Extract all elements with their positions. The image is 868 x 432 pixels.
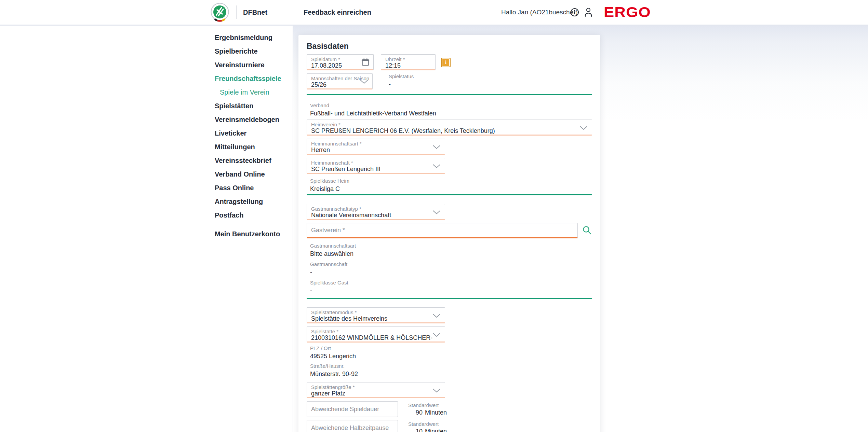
season-status-row: Mannschaften der Saison 25/26 Spielstatu… xyxy=(307,73,592,89)
spielstaettengroesse-select[interactable]: Spielstättengröße * ganzer Platz xyxy=(307,382,445,398)
saison-value: 25/26 xyxy=(311,81,361,88)
spielstaettenmodus-select[interactable]: Spielstättenmodus * Spielstätte des Heim… xyxy=(307,307,445,323)
plz-ort-field: PLZ / Ort 49525 Lengerich xyxy=(307,345,592,360)
halbzeitpause-standard: Standardwert 10Minuten xyxy=(408,421,447,432)
sidebar-item-pass-online[interactable]: Pass Online xyxy=(0,183,293,192)
sidebar-item-ergebnismeldung[interactable]: Ergebnismeldung xyxy=(0,33,293,42)
gastmannschaftsart-label: Gastmannschaftsart xyxy=(310,243,592,249)
strasse-label: Straße/Hausnr. xyxy=(310,363,592,369)
heimverein-select[interactable]: Heimverein * SC PREUßEN LENGERICH 06 E.V… xyxy=(307,120,592,136)
halbzeitpause-row: Standardwert 10Minuten xyxy=(307,420,592,432)
standardwert-value: 10Minuten xyxy=(408,428,447,432)
feedback-link[interactable]: Feedback einreichen xyxy=(304,0,371,25)
heimmannschaftsart-value: Herren xyxy=(311,147,433,154)
spielklasse-heim-label: Spielklasse Heim xyxy=(310,178,592,184)
heimmannschaft-select[interactable]: Heimmannschaft * SC Preußen Lengerich II… xyxy=(307,158,445,174)
spieldatum-value: 17.08.2025 xyxy=(311,62,369,69)
section-divider xyxy=(307,298,592,299)
basisdaten-card: Basisdaten Spieldatum * 17.08.2025 xyxy=(298,35,600,432)
dfb-logo xyxy=(210,3,229,22)
saison-select[interactable]: Mannschaften der Saison 25/26 xyxy=(307,73,373,89)
sidebar-item-antragstellung[interactable]: Antragstellung xyxy=(0,197,293,206)
chevron-down-icon xyxy=(360,79,368,85)
gastmannschaftsart-value: Bitte auswählen xyxy=(310,250,592,257)
verband-label: Verband xyxy=(310,102,592,109)
section-divider xyxy=(307,194,592,195)
chevron-down-icon xyxy=(432,332,441,338)
app-title: DFBnet xyxy=(243,0,267,25)
heimmannschaftsart-select[interactable]: Heimmannschaftsart * Herren xyxy=(307,139,445,155)
uhrzeit-field[interactable]: Uhrzeit * 12:15 xyxy=(381,54,436,70)
gastmannschaft-value: - xyxy=(310,268,592,276)
sidebar-item-postfach[interactable]: Postfach xyxy=(0,211,293,220)
sidebar-item-vereinsturniere[interactable]: Vereinsturniere xyxy=(0,60,293,69)
uhrzeit-value: 12:15 xyxy=(385,62,431,69)
spielstaettengroesse-label: Spielstättengröße * xyxy=(311,384,433,390)
standardwert-value: 90Minuten xyxy=(408,409,447,416)
spielstaettenmodus-label: Spielstättenmodus * xyxy=(311,309,433,315)
ergo-logo: ERGO xyxy=(604,0,651,25)
spielklasse-heim-field: Spielklasse Heim Kreisliga C xyxy=(307,178,592,193)
account-icon[interactable] xyxy=(584,0,593,25)
time-warning-icon[interactable]: i xyxy=(441,58,451,67)
chevron-down-icon xyxy=(432,313,441,319)
info-icon[interactable] xyxy=(570,0,579,25)
calendar-icon[interactable] xyxy=(361,58,370,68)
sidebar: Ergebnismeldung Spielberichte Vereinstur… xyxy=(0,26,293,432)
date-time-row: Spieldatum * 17.08.2025 Uhrzeit * 12:15 xyxy=(307,54,592,70)
gastmannschaftstyp-select[interactable]: Gastmannschaftstyp * Nationale Vereinsma… xyxy=(307,204,445,220)
spieldauer-standard: Standardwert 90Minuten xyxy=(408,402,447,416)
heimmannschaft-label: Heimmannschaft * xyxy=(311,160,433,166)
strasse-value: Münsterstr. 90-92 xyxy=(310,370,592,378)
spielklasse-heim-value: Kreisliga C xyxy=(310,185,592,193)
spielklasse-gast-label: Spielklasse Gast xyxy=(310,280,592,286)
sidebar-item-verband-online[interactable]: Verband Online xyxy=(0,170,293,179)
sidebar-item-vereinssteckbrief[interactable]: Vereinssteckbrief xyxy=(0,156,293,165)
abweichende-halbzeitpause-input[interactable] xyxy=(307,420,398,432)
spieldauer-row: Standardwert 90Minuten xyxy=(307,401,592,417)
sidebar-item-vereinsmeldebogen[interactable]: Vereinsmeldebogen xyxy=(0,115,293,124)
spielstaette-label: Spielstätte * xyxy=(311,329,433,334)
spielstaette-select[interactable]: Spielstätte * 2100310162 WINDMÖLLER & HÖ… xyxy=(307,326,445,343)
search-icon[interactable] xyxy=(582,225,592,237)
uhrzeit-label: Uhrzeit * xyxy=(385,56,431,62)
strasse-field: Straße/Hausnr. Münsterstr. 90-92 xyxy=(307,363,592,378)
sidebar-item-liveticker[interactable]: Liveticker xyxy=(0,129,293,138)
plz-ort-value: 49525 Lengerich xyxy=(310,352,592,360)
chevron-down-icon xyxy=(432,388,441,394)
standardwert-label: Standardwert xyxy=(408,421,447,427)
spielstatus-label: Spielstatus xyxy=(389,73,414,80)
spielstatus-value: - xyxy=(389,81,414,88)
user-greeting[interactable]: Hallo Jan (AO21buescher) xyxy=(501,0,578,25)
spielstaette-value: 2100310162 WINDMÖLLER & HÖLSCHER-Stadion… xyxy=(311,334,433,342)
sidebar-item-spielberichte[interactable]: Spielberichte xyxy=(0,47,293,56)
gastverein-input[interactable] xyxy=(307,223,578,238)
sidebar-item-mein-benutzerkonto[interactable]: Mein Benutzerkonto xyxy=(0,229,293,238)
chevron-down-icon xyxy=(432,164,441,170)
saison-label: Mannschaften der Saison xyxy=(311,75,361,81)
heimmannschaftsart-label: Heimmannschaftsart * xyxy=(311,141,433,147)
sidebar-item-freundschaftsspiele[interactable]: Freundschaftsspiele xyxy=(0,74,293,83)
spieldatum-field[interactable]: Spieldatum * 17.08.2025 xyxy=(307,54,374,70)
heimverein-label: Heimverein * xyxy=(311,122,580,127)
sidebar-item-mitteilungen[interactable]: Mitteilungen xyxy=(0,142,293,151)
spielklasse-gast-field: Spielklasse Gast - xyxy=(307,280,592,294)
sidebar-item-spielstaetten[interactable]: Spielstätten xyxy=(0,101,293,110)
spielstatus-field: Spielstatus - xyxy=(385,73,414,88)
gastverein-row xyxy=(307,223,592,238)
heimmannschaft-value: SC Preußen Lengerich III xyxy=(311,166,433,173)
content-area: Basisdaten Spieldatum * 17.08.2025 xyxy=(293,26,868,432)
page-title: Basisdaten xyxy=(307,42,592,51)
heimverein-value: SC PREUßEN LENGERICH 06 E.V. (Westfalen,… xyxy=(311,127,580,135)
gastmannschaftstyp-value: Nationale Vereinsmannschaft xyxy=(311,212,433,219)
spieldatum-label: Spieldatum * xyxy=(311,56,369,62)
gastmannschaftstyp-label: Gastmannschaftstyp * xyxy=(311,206,433,212)
sidebar-item-spiele-im-verein[interactable]: Spiele im Verein xyxy=(0,88,293,97)
verband-value: Fußball- und Leichtathletik-Verband West… xyxy=(310,110,592,117)
plz-ort-label: PLZ / Ort xyxy=(310,345,592,351)
abweichende-spieldauer-input[interactable] xyxy=(307,401,398,417)
standardwert-label: Standardwert xyxy=(408,402,447,408)
top-header: DFBnet Feedback einreichen Hallo Jan (AO… xyxy=(0,0,868,26)
gastmannschaft-field: Gastmannschaft - xyxy=(307,261,592,276)
section-divider xyxy=(307,94,592,95)
